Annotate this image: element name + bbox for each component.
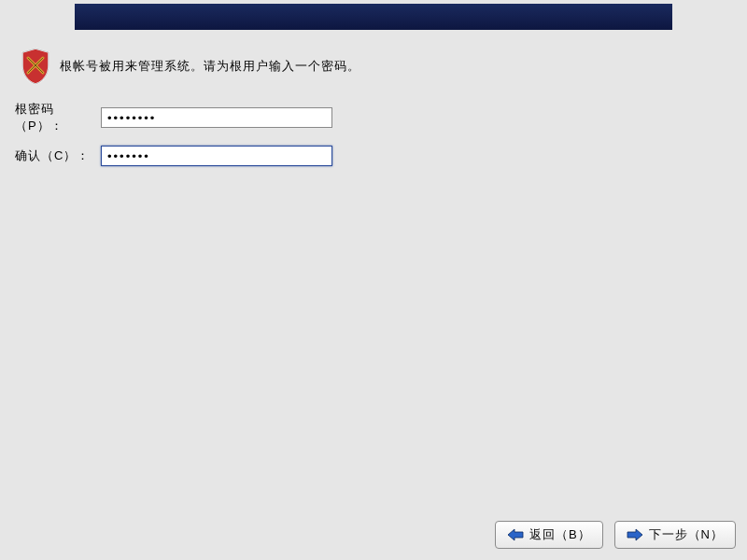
next-button[interactable]: 下一步（N） [614, 521, 736, 549]
root-password-form: 根密码（P）： 确认（C）： [15, 101, 332, 177]
password-row: 根密码（P）： [15, 101, 332, 134]
root-password-input[interactable] [101, 107, 332, 128]
confirm-label: 确认（C）： [15, 147, 101, 164]
confirm-password-input[interactable] [101, 146, 332, 166]
confirm-row: 确认（C）： [15, 146, 332, 166]
info-row: 根帐号被用来管理系统。请为根用户输入一个密码。 [19, 47, 360, 86]
arrow-right-icon [627, 528, 643, 541]
arrow-left-icon [507, 528, 524, 541]
back-button[interactable]: 返回（B） [495, 521, 603, 549]
info-text: 根帐号被用来管理系统。请为根用户输入一个密码。 [60, 58, 360, 75]
password-label: 根密码（P）： [15, 101, 101, 134]
header-banner [75, 4, 672, 30]
next-button-label: 下一步（N） [649, 526, 724, 543]
back-button-label: 返回（B） [529, 526, 591, 543]
footer-buttons: 返回（B） 下一步（N） [495, 521, 736, 549]
shield-icon [19, 47, 52, 86]
